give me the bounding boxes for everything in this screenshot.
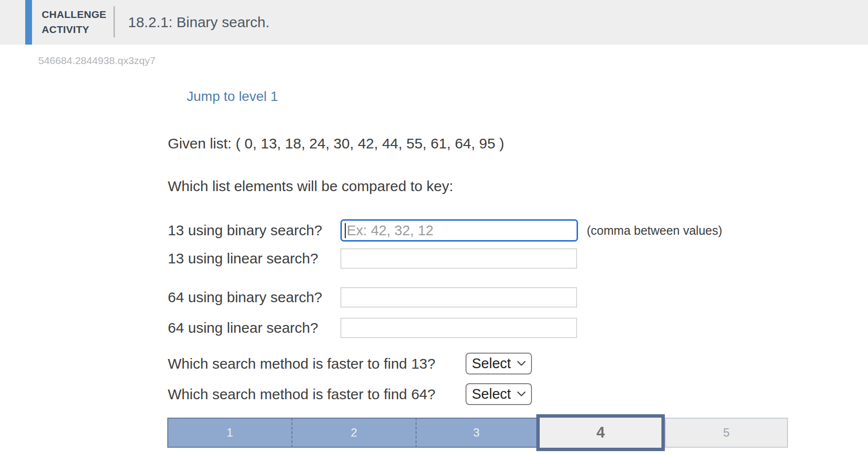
select-faster-13-value: Select [472, 356, 511, 372]
progress-segment-5: 5 [665, 418, 788, 448]
activity-id: 546684.2844938.qx3zqy7 [38, 55, 156, 66]
activity-title: 18.2.1: Binary search. [128, 0, 270, 45]
progress-segment-1: 1 [167, 418, 291, 448]
label-13-linear-search: 13 using linear search? [168, 247, 318, 270]
progress-segment-3: 3 [416, 418, 536, 448]
input-64-linear-search[interactable] [340, 318, 577, 338]
input-64-binary-search[interactable] [340, 287, 577, 308]
label-64-binary-search: 64 using binary search? [168, 286, 322, 309]
label-64-linear-search: 64 using linear search? [168, 317, 318, 339]
label-faster-64: Which search method is faster to find 64… [168, 383, 435, 406]
given-list-text: Given list: ( 0, 13, 18, 24, 30, 42, 44,… [168, 135, 504, 152]
select-faster-64-value: Select [472, 386, 511, 402]
question-text: Which list elements will be compared to … [168, 178, 453, 195]
badge-line1: CHALLENGE [42, 7, 106, 22]
jump-to-level-link[interactable]: Jump to level 1 [187, 89, 278, 104]
input-13-linear-search[interactable] [340, 248, 577, 269]
challenge-activity-badge: CHALLENGE ACTIVITY [42, 7, 106, 37]
progress-segment-4-current: 4 [536, 414, 665, 451]
chevron-down-icon [517, 391, 526, 397]
chevron-down-icon [517, 360, 526, 367]
progress-bar: 1 2 3 4 5 [167, 418, 788, 448]
select-faster-64[interactable]: Select [466, 383, 532, 405]
comma-note: (comma between values) [587, 219, 722, 242]
header-divider [113, 6, 115, 37]
text-caret [345, 223, 346, 238]
activity-header: CHALLENGE ACTIVITY 18.2.1: Binary search… [0, 0, 868, 45]
input-13-binary-search[interactable] [340, 219, 578, 242]
progress-segment-2: 2 [291, 418, 416, 448]
page: CHALLENGE ACTIVITY 18.2.1: Binary search… [0, 0, 868, 455]
accent-bar [25, 0, 32, 45]
select-faster-13[interactable]: Select [466, 353, 532, 374]
label-faster-13: Which search method is faster to find 13… [168, 353, 435, 375]
badge-line2: ACTIVITY [42, 22, 106, 37]
label-13-binary-search: 13 using binary search? [168, 219, 322, 242]
